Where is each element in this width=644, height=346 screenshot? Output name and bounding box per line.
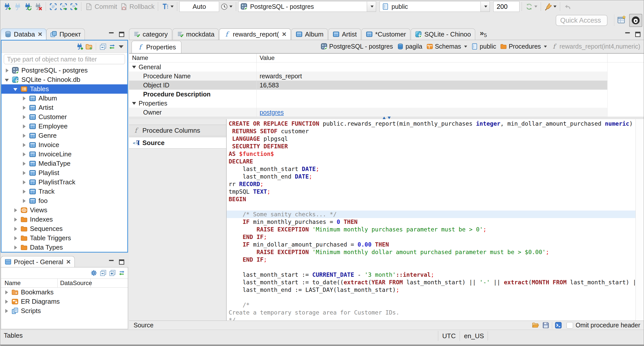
fetch-size-input[interactable] bbox=[493, 1, 519, 12]
tree-item-employee[interactable]: Employee bbox=[2, 122, 127, 131]
expand-arrow-icon[interactable] bbox=[22, 133, 27, 138]
expand-arrow-icon[interactable] bbox=[4, 290, 9, 295]
tree-item-invoice[interactable]: Invoice bbox=[2, 140, 127, 150]
transaction-log-button[interactable] bbox=[219, 1, 234, 12]
commit-mode-combo[interactable]: Auto bbox=[179, 1, 219, 12]
tab-project-general[interactable]: Project - General bbox=[1, 256, 75, 267]
column-header-name[interactable]: Name bbox=[1, 280, 57, 287]
tree-item-genre[interactable]: Genre bbox=[2, 131, 127, 140]
sync-connection-button[interactable] bbox=[524, 1, 539, 12]
active-schema-combo[interactable]: public bbox=[380, 1, 490, 12]
close-icon[interactable] bbox=[66, 259, 71, 265]
object-filter-input[interactable] bbox=[4, 54, 125, 64]
breadcrumb-item-public[interactable]: public bbox=[469, 43, 498, 50]
tree-item-invoiceline[interactable]: InvoiceLine bbox=[2, 150, 127, 159]
minimize-icon[interactable] bbox=[624, 31, 631, 38]
collapse-arrow-icon[interactable] bbox=[5, 77, 10, 82]
undo-button[interactable] bbox=[562, 1, 573, 12]
property-row-properties[interactable]: Properties bbox=[129, 99, 644, 108]
gear-icon[interactable] bbox=[90, 269, 97, 276]
sql-editor-button[interactable] bbox=[48, 1, 58, 12]
expand-arrow-icon[interactable] bbox=[22, 189, 27, 194]
property-row-procedure-description[interactable]: Procedure Description bbox=[129, 90, 644, 99]
expand-arrow-icon[interactable] bbox=[4, 299, 9, 304]
editor-tab-customer[interactable]: *Customer bbox=[361, 28, 410, 40]
sash-up-icon[interactable] bbox=[383, 117, 386, 119]
tree-item-postgresql-postgres[interactable]: PostgreSQL - postgres bbox=[2, 66, 127, 75]
tree-item-track[interactable]: Track bbox=[2, 187, 127, 196]
collapse-all-icon[interactable] bbox=[100, 269, 107, 276]
tree-item-tables[interactable]: Tables bbox=[2, 84, 127, 94]
link-with-editor-icon[interactable] bbox=[118, 269, 125, 276]
save-icon[interactable] bbox=[542, 322, 549, 329]
expand-arrow-icon[interactable] bbox=[5, 68, 10, 73]
property-row-owner[interactable]: Ownerpostgres bbox=[129, 108, 644, 117]
expand-arrow-icon[interactable] bbox=[22, 105, 27, 110]
expand-arrow-icon[interactable] bbox=[4, 308, 9, 314]
dropdown-arrow-icon[interactable] bbox=[544, 46, 547, 48]
mock-data-button[interactable] bbox=[543, 1, 558, 12]
combo-dropdown-button[interactable] bbox=[480, 2, 490, 12]
open-file-icon[interactable] bbox=[532, 322, 539, 329]
new-sql-editor-button[interactable] bbox=[69, 1, 79, 12]
tree-item-album[interactable]: Album bbox=[2, 94, 127, 103]
close-icon[interactable] bbox=[38, 31, 43, 37]
source-code[interactable]: CREATE OR REPLACE FUNCTION public.reward… bbox=[227, 119, 636, 321]
combo-dropdown-button[interactable] bbox=[367, 2, 376, 12]
breadcrumb-item-pagila[interactable]: pagila bbox=[395, 43, 424, 50]
expand-arrow-icon[interactable] bbox=[22, 115, 27, 120]
tree-item-foo[interactable]: foo bbox=[2, 196, 127, 205]
open-sql-editor-button[interactable] bbox=[58, 1, 69, 12]
commit-button[interactable]: Commit bbox=[84, 1, 118, 12]
editor-tab-sqlite-chinoo[interactable]: SQLite - Chinoo bbox=[411, 28, 475, 40]
expand-arrow-icon[interactable] bbox=[22, 143, 27, 148]
tab-projects[interactable]: Проект bbox=[46, 28, 85, 40]
expand-arrow-icon[interactable] bbox=[22, 96, 27, 101]
editor-tab-mockdata[interactable]: mockdata bbox=[173, 28, 219, 40]
status-locale[interactable]: en_US bbox=[464, 332, 484, 340]
tree-item-sequences[interactable]: Sequences bbox=[2, 224, 127, 233]
property-value-link[interactable]: postgres bbox=[260, 109, 284, 116]
scrollbar[interactable] bbox=[635, 119, 644, 321]
expand-arrow-icon[interactable] bbox=[22, 180, 27, 185]
transaction-mode-button[interactable] bbox=[160, 1, 175, 12]
maximize-icon[interactable] bbox=[634, 31, 641, 38]
quick-access-input[interactable] bbox=[556, 15, 608, 26]
tree-item-data-types[interactable]: Data Types bbox=[2, 243, 127, 252]
view-menu-icon[interactable] bbox=[117, 43, 125, 50]
expand-arrow-icon[interactable] bbox=[13, 245, 18, 250]
console-icon[interactable] bbox=[555, 322, 562, 329]
editor-tab-category[interactable]: category bbox=[129, 28, 172, 40]
collapse-arrow-icon[interactable] bbox=[13, 87, 18, 92]
tree-item-playlist[interactable]: Playlist bbox=[2, 168, 127, 178]
link-with-editor-icon[interactable] bbox=[108, 43, 116, 50]
editor-side-tab-source[interactable]: <>TSource bbox=[129, 137, 226, 149]
maximize-icon[interactable] bbox=[118, 259, 125, 265]
property-row-general[interactable]: General bbox=[129, 62, 644, 72]
expand-arrow-icon[interactable] bbox=[13, 236, 18, 241]
editor-tab-album[interactable]: Album bbox=[291, 28, 328, 40]
omit-procedure-header-checkbox[interactable] bbox=[567, 322, 573, 329]
tab-overflow-button[interactable]: 5 bbox=[480, 29, 487, 40]
project-item-bookmarks[interactable]: Bookmarks bbox=[1, 288, 128, 297]
open-perspective-icon[interactable] bbox=[617, 15, 626, 24]
tab-database-navigator[interactable]: Databa bbox=[1, 28, 46, 40]
editor-side-tab-procedure-columns[interactable]: fProcedure Columns bbox=[129, 125, 226, 136]
expand-arrow-icon[interactable] bbox=[13, 208, 18, 213]
sash-down-icon[interactable] bbox=[388, 117, 391, 119]
column-header-value[interactable]: Value bbox=[256, 54, 607, 62]
collapse-all-icon[interactable] bbox=[99, 43, 107, 50]
dbeaver-perspective-button[interactable] bbox=[629, 14, 642, 27]
expand-arrow-icon[interactable] bbox=[22, 161, 27, 166]
project-item-er-diagrams[interactable]: ER Diagrams bbox=[1, 297, 128, 306]
rollback-button[interactable]: Rollback bbox=[118, 1, 156, 12]
expand-arrow-icon[interactable] bbox=[13, 226, 18, 231]
property-row-object-id[interactable]: Object ID16,583 bbox=[129, 81, 644, 90]
dropdown-arrow-icon[interactable] bbox=[464, 46, 467, 48]
tab-properties[interactable]: f Properties bbox=[132, 41, 181, 53]
expand-arrow-icon[interactable] bbox=[22, 124, 27, 129]
project-item-scripts[interactable]: Scripts bbox=[1, 306, 128, 316]
splitter-sash[interactable] bbox=[129, 117, 644, 119]
column-header-datasource[interactable]: DataSource bbox=[57, 279, 91, 287]
close-icon[interactable] bbox=[282, 31, 287, 37]
